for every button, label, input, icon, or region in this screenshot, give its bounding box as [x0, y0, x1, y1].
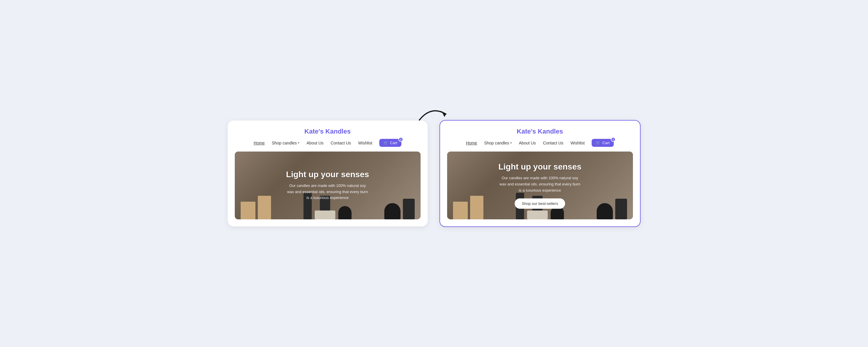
right-nav: Home Shop candles ▾ About Us Contact Us …: [447, 139, 633, 147]
left-nav-contact[interactable]: Contact Us: [331, 140, 351, 145]
left-product-group-right: [384, 199, 415, 219]
right-nav-home[interactable]: Home: [466, 140, 477, 145]
right-nav-contact[interactable]: Contact Us: [543, 140, 563, 145]
left-candle-wide: [338, 206, 351, 219]
right-product-group-right: [597, 199, 627, 219]
left-nav-home[interactable]: Home: [254, 140, 265, 145]
right-cart-badge: 2: [611, 137, 616, 142]
left-product-group-left: [241, 196, 271, 219]
right-hero-cta-button[interactable]: Shop our best-sellers: [515, 198, 565, 209]
left-nav-shop-candles[interactable]: Shop candles ▾: [272, 140, 299, 145]
right-marble-base: [527, 211, 548, 219]
svg-marker-0: [441, 111, 446, 117]
right-nav-wishlist[interactable]: Wishlist: [570, 140, 585, 145]
right-cart-icon: 🛒: [596, 140, 600, 145]
left-candle-cylinder: [403, 199, 415, 219]
right-site-title: Kate's Kandles: [447, 128, 633, 135]
right-box-tall: [470, 196, 484, 219]
right-nav-shop-candles[interactable]: Shop candles ▾: [484, 140, 512, 145]
right-chevron-down-icon: ▾: [510, 141, 512, 145]
right-nav-about[interactable]: About Us: [519, 140, 536, 145]
left-card: Kate's Kandles Home Shop candles ▾ About…: [228, 121, 428, 226]
left-hero-content: Light up your senses Our candles are mad…: [274, 170, 381, 201]
left-box-tall: [258, 196, 271, 219]
arrow-container: [416, 102, 452, 126]
right-hero: Light up your senses Our candles are mad…: [447, 152, 633, 219]
left-hero-subtitle: Our candles are made with 100% natural s…: [286, 183, 369, 201]
left-nav: Home Shop candles ▾ About Us Contact Us …: [235, 139, 421, 147]
right-hero-title: Light up your senses: [498, 162, 582, 171]
left-site-header: Kate's Kandles Home Shop candles ▾ About…: [235, 128, 421, 147]
right-candle-round-large: [597, 203, 613, 219]
left-candle-round-large: [384, 203, 401, 219]
left-cart-badge: 2: [399, 137, 403, 142]
main-wrapper: Kate's Kandles Home Shop candles ▾ About…: [228, 120, 641, 227]
left-hero: Light up your senses Our candles are mad…: [235, 152, 421, 219]
left-cart-icon: 🛒: [383, 140, 388, 145]
right-site-header: Kate's Kandles Home Shop candles ▾ About…: [447, 128, 633, 147]
left-cart-button[interactable]: 🛒 Cart 2: [379, 139, 401, 147]
right-nav-shop-label: Shop candles: [484, 140, 509, 145]
left-chevron-down-icon: ▾: [298, 141, 299, 145]
right-product-group-left: [453, 196, 484, 219]
right-cart-label: Cart: [602, 140, 610, 145]
left-nav-about[interactable]: About Us: [306, 140, 323, 145]
right-cart-button[interactable]: 🛒 Cart 2: [592, 139, 614, 147]
left-site-title: Kate's Kandles: [235, 128, 421, 135]
left-hero-title: Light up your senses: [286, 170, 369, 179]
left-nav-wishlist[interactable]: Wishlist: [358, 140, 372, 145]
right-box-small: [453, 202, 468, 219]
left-box-small: [241, 202, 255, 219]
right-card: Kate's Kandles Home Shop candles ▾ About…: [439, 120, 641, 227]
right-hero-content: Light up your senses Our candles are mad…: [487, 162, 593, 209]
right-hero-subtitle: Our candles are made with 100% natural s…: [498, 175, 581, 193]
right-candle-cylinder: [615, 199, 627, 219]
left-marble-base: [315, 211, 335, 219]
left-cart-label: Cart: [390, 140, 397, 145]
arrow-icon: [416, 102, 452, 126]
left-nav-shop-label: Shop candles: [272, 140, 297, 145]
